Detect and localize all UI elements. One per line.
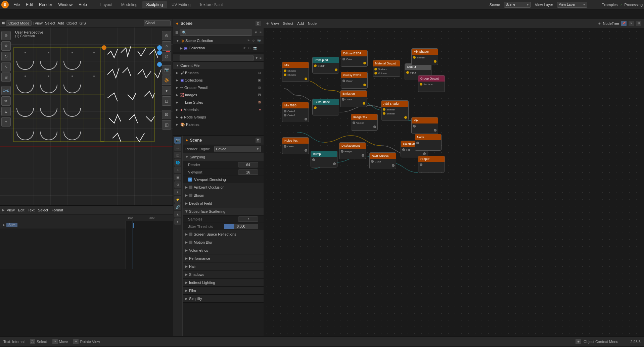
toolbar-viewpoint-front[interactable]: ○ [162,41,171,51]
toolbar-cad[interactable]: CAD [1,86,11,95]
scene-coll-render[interactable]: 📷 [257,39,261,42]
section-indirect-lighting[interactable]: ▶ Indirect Lighting [183,279,264,287]
toolbar-viewpoint-right[interactable]: ◎ [162,52,171,61]
node-12[interactable]: Image Tex Vector [351,114,378,131]
move-status[interactable]: G Move [52,339,68,344]
node-editor[interactable]: ◈ View Select Add Node ◈ NodeTree 📌 ✕ ⊞ [264,19,644,336]
prop-tab-material[interactable]: ● [174,218,181,225]
section-bloom[interactable]: ▶ Bloom [183,191,264,199]
node-18[interactable]: RGB Curves Color [369,152,396,169]
view-btn[interactable]: View [35,21,43,25]
section-ambient-occlusion[interactable]: ▶ Ambient Occlusion [183,183,264,191]
menu-window[interactable]: Window [55,2,75,8]
sss-jitter-slider[interactable]: 0.300 [224,224,259,229]
scene-selector[interactable]: Scene ▼ [504,2,531,8]
timeline-select-header-btn[interactable]: Select [38,208,48,212]
collection-row[interactable]: ▶ ▣ Collection 👁 ⊙ 📷 [173,44,264,52]
data-collections[interactable]: ▶ ▣ Collections ▣ [173,77,264,84]
section-motion-blur[interactable]: ▶ Motion Blur [183,238,264,246]
node-17[interactable]: Displacement Height [339,142,366,159]
tab-layout[interactable]: Layout [96,1,117,8]
render-engine-select[interactable]: Eevee ▼ [214,146,261,152]
node-maximize-icon[interactable]: ⊞ [636,21,641,26]
data-images[interactable]: ▶ 🖼 Images 🖼 [173,91,264,99]
tab-texture-paint[interactable]: Texture Paint [195,1,227,8]
timeline-view-btn[interactable]: View [7,208,15,212]
select-status[interactable]: ◯ Select [30,339,47,344]
toolbar-add[interactable]: + [1,117,11,127]
prop-tab-view-layer[interactable]: ◫ [174,152,181,158]
node-2[interactable]: Principled BSDF [312,57,339,73]
toolbar-rotate[interactable]: ↻ [1,52,11,61]
toolbar-render-preview[interactable]: 🔆 [162,76,171,85]
data-materials[interactable]: ▶ ● Materials ● [173,106,264,113]
section-ssr[interactable]: ▶ Screen Space Reflections [183,230,264,238]
data-palettes[interactable]: ▶ 🎨 Palettes [173,121,264,128]
toolbar-wireframe[interactable]: ◻ [162,96,171,106]
sampling-header[interactable]: ▼ Sampling [183,153,264,161]
toolbar-cursor[interactable]: ⊕ [1,31,11,40]
node-15[interactable]: Noise Tex Color [282,137,309,154]
section-film[interactable]: ▶ Film [183,287,264,295]
node-editor-content[interactable]: Mix Shader Shader Principled BSDF Diffus… [264,28,644,336]
viewport-content[interactable]: User Perspective (1) Collection ⊕ ✥ ↻ ⤡ … [0,28,173,205]
data-brushes[interactable]: ▶ 🖌 Brushes ⊡ [173,69,264,77]
toolbar-scale[interactable]: ⤡ [1,62,11,71]
tab-uv-editing[interactable]: UV Editing [168,1,195,8]
tab-sculpting[interactable]: Sculpting [142,1,167,8]
prop-tab-data[interactable]: ▲ [174,211,181,217]
prop-tab-output[interactable]: 🖨 [174,144,181,151]
data-search[interactable] [180,55,254,61]
outliner-search[interactable] [180,30,252,36]
node-11[interactable]: Emission Color [340,90,367,107]
timeline-edit-btn[interactable]: Edit [18,208,25,212]
section-simplify[interactable]: ▶ Simplify [183,295,264,303]
mb-check[interactable] [189,241,192,244]
data-grease-pencil[interactable]: ▶ ✏ Grease Pencil ⊡ [173,84,264,91]
outliner-options-icon[interactable]: ≡ [260,31,262,34]
node-node-btn[interactable]: Node [308,21,317,26]
viewport-3d[interactable]: ⊞ Object Mode | View Select Add Object G… [0,19,173,205]
add-btn[interactable]: Add [57,21,64,25]
toolbar-move[interactable]: ✥ [1,41,11,51]
section-hair[interactable]: ▶ Hair [183,262,264,270]
node-pin-icon[interactable]: 📌 [621,21,627,26]
node-7[interactable]: Mix Shader Shader [411,48,438,65]
section-sss[interactable]: ▶ Subsurface Scattering [183,207,264,215]
node-select-btn[interactable]: Select [283,21,293,26]
menu-file[interactable]: File [11,2,22,8]
scene-coll-filter[interactable]: ⊙ [252,39,255,42]
node-close-icon[interactable]: ✕ [629,21,634,26]
section-volumetrics[interactable]: ▶ Volumetrics [183,246,264,254]
transform-mode-select[interactable]: Global [144,20,171,26]
prop-scene-options[interactable]: ⊡ [256,138,261,143]
toolbar-viewpoint-top[interactable]: ⊙ [162,31,171,40]
data-node-groups[interactable]: ▶ ◈ Node Groups [173,113,264,121]
coll-filter[interactable]: ⊙ [248,46,251,50]
sss-samples-value[interactable]: 7 [238,216,258,222]
section-shadows[interactable]: ▶ Shadows [183,270,264,279]
section-performance[interactable]: ▶ Performance [183,254,264,262]
node-add-btn[interactable]: Add [297,21,304,26]
coll-render[interactable]: 📷 [253,46,257,50]
current-file-row[interactable]: ▼ Current File [173,62,264,69]
object-btn[interactable]: Object [66,21,77,25]
viewport-denoising-check[interactable]: ✓ [188,178,192,182]
node-16[interactable]: Bump [311,151,337,167]
node-20[interactable]: Node [415,134,442,151]
menu-help[interactable]: Help [76,2,90,8]
node-13[interactable]: Add Shader Shader Shader [381,100,409,120]
prop-tab-modifier[interactable]: ⚙ [174,181,181,188]
ssr-check[interactable] [189,233,192,236]
data-line-styles[interactable]: ▶ — Line Styles ⊡ [173,99,264,106]
menu-render[interactable]: Render [36,2,55,8]
prop-tab-world[interactable]: ○ [174,166,181,173]
node-1[interactable]: Mix Shader Shader [282,62,309,82]
filter-icon[interactable]: ▼ [254,31,258,34]
section-dof[interactable]: ▶ Depth of Field [183,199,264,207]
node-4[interactable]: Glossy BSDF Color [341,72,368,89]
scene-coll-eye[interactable]: 👁 [247,39,250,42]
timeline-format-btn[interactable]: Format [51,208,63,212]
prop-tab-particles[interactable]: ✦ [174,189,181,195]
bloom-check[interactable] [189,194,192,197]
